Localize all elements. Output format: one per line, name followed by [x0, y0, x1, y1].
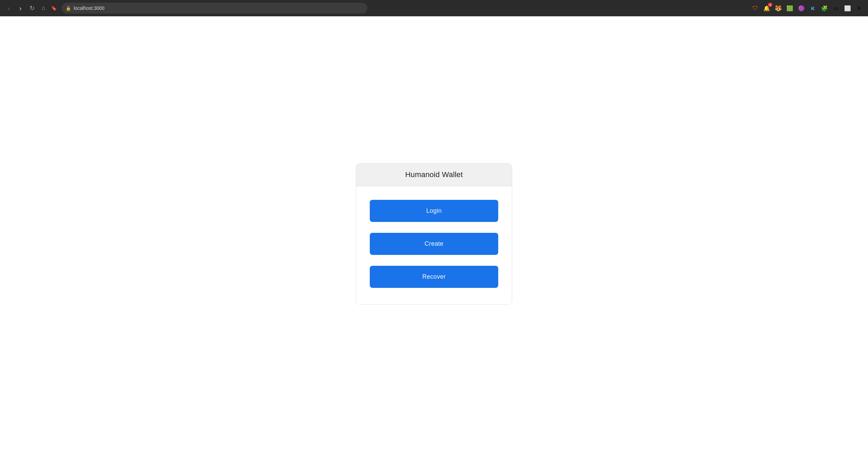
extensions-area: 🛡 🔔 1 🐯 🟩 🟣 K 🧩 ▭ ⬜ ≡: [750, 3, 864, 13]
browser-toolbar: 🔖 🔒 localhost:3000 🛡 🔔 1 🐯 🟩 🟣 K 🧩 ▭ ⬜ ≡: [0, 0, 868, 16]
sidebar-toggle-icon[interactable]: ▭: [831, 3, 841, 13]
extension-puzzle-icon[interactable]: 🧩: [820, 3, 829, 13]
extension-k-icon[interactable]: K: [808, 3, 818, 13]
bookmark-icon[interactable]: 🔖: [51, 5, 57, 11]
extension-tiger-icon[interactable]: 🐯: [774, 3, 783, 13]
extension-purple-icon[interactable]: 🟣: [797, 3, 806, 13]
forward-icon: [19, 4, 22, 12]
back-icon: [8, 4, 10, 12]
url-display: localhost:3000: [74, 5, 363, 11]
extension-green-icon[interactable]: 🟩: [785, 3, 795, 13]
wallet-title: Humanoid Wallet: [364, 170, 504, 179]
create-button[interactable]: Create: [370, 233, 498, 255]
page-content: Humanoid Wallet Login Create Recover: [0, 16, 868, 451]
screenshot-icon[interactable]: ⬜: [843, 3, 852, 13]
wallet-card: Humanoid Wallet Login Create Recover: [356, 163, 512, 305]
home-icon: [42, 5, 45, 12]
back-button[interactable]: [4, 3, 14, 13]
address-bar[interactable]: 🔒 localhost:3000: [62, 3, 367, 14]
wallet-card-body: Login Create Recover: [356, 186, 512, 304]
wallet-card-header: Humanoid Wallet: [356, 163, 512, 186]
login-button[interactable]: Login: [370, 200, 498, 222]
recover-button[interactable]: Recover: [370, 266, 498, 288]
forward-button[interactable]: [16, 3, 25, 13]
brave-shield-icon[interactable]: 🛡: [750, 3, 760, 13]
menu-icon[interactable]: ≡: [854, 3, 864, 13]
notification-badge: 1: [768, 3, 772, 7]
nav-buttons: [4, 3, 48, 13]
notification-icon[interactable]: 🔔 1: [762, 3, 771, 13]
refresh-button[interactable]: [27, 3, 37, 13]
refresh-icon: [30, 4, 35, 12]
lock-icon: 🔒: [66, 6, 71, 11]
home-button[interactable]: [39, 3, 48, 13]
